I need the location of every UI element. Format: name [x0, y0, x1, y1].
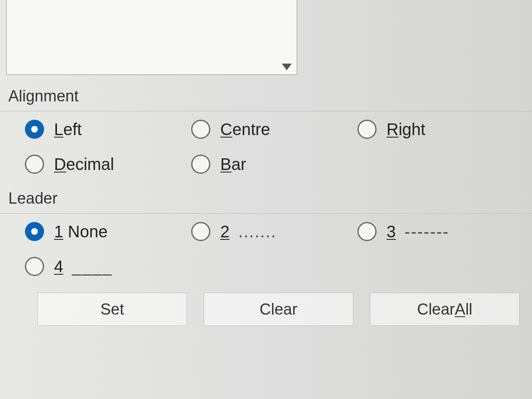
leader-dashes-label[interactable]: 3 ------- — [387, 222, 449, 241]
leader-underline-label[interactable]: 4 ____ — [54, 257, 112, 276]
alignment-section-label: Alignment — [8, 87, 524, 105]
dropdown-icon[interactable] — [282, 64, 292, 70]
leader-dashes-radio[interactable] — [357, 222, 377, 241]
leader-section-label: Leader — [8, 190, 524, 207]
alignment-decimal-label[interactable]: Decimal — [54, 155, 114, 174]
leader-underline-radio[interactable] — [25, 257, 44, 276]
set-button[interactable]: Set — [37, 293, 187, 326]
alignment-right-label[interactable]: Right — [387, 120, 425, 139]
leader-group: 1 None 2 ....... 3 ------- 4 ____ — [8, 222, 524, 276]
alignment-left-radio[interactable] — [25, 120, 44, 139]
alignment-decimal-radio[interactable] — [25, 155, 44, 174]
alignment-centre-label[interactable]: Centre — [220, 120, 270, 139]
tab-stop-listbox[interactable] — [6, 0, 297, 75]
divider — [0, 111, 532, 111]
clear-all-button[interactable]: Clear All — [370, 293, 520, 326]
leader-dots-radio[interactable] — [191, 222, 210, 241]
alignment-bar-label[interactable]: Bar — [220, 155, 246, 174]
clear-button[interactable]: Clear — [204, 293, 353, 326]
divider — [0, 213, 532, 214]
alignment-centre-radio[interactable] — [191, 120, 210, 139]
leader-dots-label[interactable]: 2 ....... — [220, 222, 276, 241]
alignment-left-label[interactable]: Left — [54, 120, 82, 139]
alignment-right-radio[interactable] — [357, 120, 377, 139]
leader-none-radio[interactable] — [25, 222, 44, 241]
alignment-group: Left Centre Right Decimal Bar — [8, 120, 524, 174]
button-row: Set Clear Clear All — [8, 293, 524, 326]
alignment-bar-radio[interactable] — [191, 155, 210, 174]
leader-none-label[interactable]: 1 None — [54, 222, 108, 241]
